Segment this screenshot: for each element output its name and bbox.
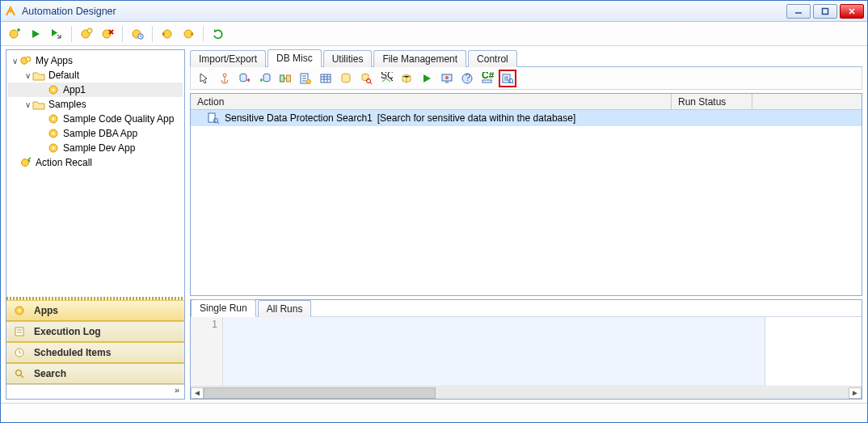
scroll-right-button[interactable]: ► — [849, 387, 862, 399]
nav-search[interactable]: Search — [6, 363, 184, 384]
tree-node-sample[interactable]: Sample Dev App — [8, 141, 183, 155]
svg-point-37 — [223, 74, 226, 77]
tree-label: Sample Dev App — [63, 142, 135, 154]
clock-icon — [13, 346, 26, 359]
h-scrollbar[interactable]: ◄ ► — [191, 386, 862, 399]
help-button[interactable]: ? — [458, 70, 476, 87]
search-icon — [13, 367, 26, 380]
nav-label: Search — [34, 368, 66, 379]
script-button[interactable] — [297, 70, 314, 87]
sql-button[interactable]: SQL — [377, 70, 395, 87]
import-button[interactable] — [158, 25, 176, 43]
col-run-status[interactable]: Run Status — [672, 94, 752, 109]
grid-button[interactable] — [317, 70, 335, 87]
tree-label: Default — [48, 70, 79, 81]
monitor-button[interactable] — [438, 70, 456, 87]
status-bar — [1, 403, 867, 422]
tree-node-my-apps[interactable]: ∨ My Apps — [8, 53, 183, 68]
pointer-tool-button[interactable] — [196, 70, 213, 87]
nav-scheduled-items[interactable]: Scheduled Items — [6, 342, 184, 363]
run-button[interactable] — [27, 25, 44, 43]
app-tree[interactable]: ∨ My Apps ∨ Default App1 ∨ — [6, 50, 184, 297]
svg-rect-53 — [445, 82, 449, 83]
chevron-down-icon[interactable]: ∨ — [23, 100, 32, 109]
compare-button[interactable] — [276, 70, 294, 87]
svg-rect-41 — [287, 75, 291, 82]
row-name: Sensitive Data Protection Search1 — [225, 112, 373, 124]
scroll-left-button[interactable]: ◄ — [191, 387, 204, 399]
svg-point-9 — [87, 28, 92, 33]
db-export-button[interactable] — [236, 70, 254, 87]
svg-line-63 — [217, 122, 219, 124]
tree-label: Sample Code Quality App — [63, 113, 174, 125]
run-sql-button[interactable] — [418, 70, 436, 87]
db-import-button[interactable] — [256, 70, 274, 87]
tree-label: Action Recall — [36, 157, 92, 168]
nav-overflow[interactable]: » — [6, 384, 184, 399]
folder-icon — [32, 98, 45, 111]
tab-file-management[interactable]: File Management — [373, 50, 466, 67]
svg-point-0 — [9, 10, 11, 12]
grid-body[interactable]: Sensitive Data Protection Search1 [Searc… — [191, 110, 862, 295]
sensitive-search-button[interactable] — [499, 70, 516, 87]
tree-node-action-recall[interactable]: Action Recall — [8, 155, 183, 170]
db-button[interactable] — [337, 70, 355, 87]
tab-single-run[interactable]: Single Run — [191, 299, 256, 317]
window-frame: Automation Designer ∨ — [0, 0, 868, 423]
nav-list: Apps Execution Log Scheduled Items Searc… — [6, 300, 184, 384]
refresh-button[interactable] — [209, 25, 227, 43]
schedule-button[interactable] — [129, 25, 146, 43]
chevron-down-icon[interactable]: ∨ — [23, 71, 32, 80]
nav-apps[interactable]: Apps — [6, 300, 184, 321]
minimize-button[interactable] — [786, 4, 811, 19]
grid-row[interactable]: Sensitive Data Protection Search1 [Searc… — [191, 110, 862, 126]
grid-header: Action Run Status — [191, 94, 862, 110]
package-button[interactable] — [398, 70, 415, 87]
svg-point-52 — [445, 76, 449, 79]
svg-text:C#: C# — [482, 72, 494, 81]
code-tool-button[interactable]: C# — [478, 70, 496, 87]
maximize-button[interactable] — [813, 4, 837, 19]
folder-icon — [32, 69, 45, 82]
run-select-button[interactable] — [48, 25, 65, 43]
editor-area[interactable] — [223, 317, 765, 386]
chevron-down-icon[interactable]: ∨ — [10, 57, 19, 66]
tab-db-misc[interactable]: DB Misc — [268, 49, 322, 67]
recall-icon — [19, 156, 32, 169]
right-panel: Import/Export DB Misc Utilities File Man… — [190, 49, 862, 400]
search-db-button[interactable] — [357, 70, 375, 87]
tree-node-app1[interactable]: App1 — [8, 82, 183, 97]
scroll-thumb[interactable] — [204, 387, 436, 399]
col-action[interactable]: Action — [191, 94, 672, 109]
tree-label: My Apps — [36, 55, 73, 66]
app-icon — [4, 5, 17, 18]
body: ∨ My Apps ∨ Default App1 ∨ — [1, 46, 867, 403]
new-app-button[interactable] — [6, 25, 23, 43]
tab-control[interactable]: Control — [468, 50, 517, 67]
gear-icon — [47, 112, 60, 125]
tree-node-sample[interactable]: Sample Code Quality App — [8, 112, 183, 126]
tree-node-sample[interactable]: Sample DBA App — [8, 126, 183, 141]
remove-item-button[interactable] — [99, 25, 116, 43]
editor-gutter: 1 — [191, 317, 223, 386]
nav-label: Scheduled Items — [34, 347, 111, 358]
tab-all-runs[interactable]: All Runs — [258, 300, 312, 317]
svg-rect-31 — [15, 328, 23, 336]
svg-rect-57 — [482, 80, 491, 82]
close-button[interactable] — [840, 4, 864, 19]
tree-node-default[interactable]: ∨ Default — [8, 68, 183, 82]
svg-text:SQL: SQL — [381, 72, 393, 81]
tree-node-samples[interactable]: ∨ Samples — [8, 97, 183, 112]
add-item-button[interactable] — [78, 25, 95, 43]
log-tabstrip: Single Run All Runs — [191, 300, 862, 316]
icon-toolbar: SQL ? C# — [190, 67, 862, 90]
nav-execution-log[interactable]: Execution Log — [6, 321, 184, 342]
tab-import-export[interactable]: Import/Export — [190, 50, 266, 67]
export-button[interactable] — [179, 25, 197, 43]
svg-point-43 — [307, 79, 311, 83]
tab-utilities[interactable]: Utilities — [323, 50, 373, 67]
left-panel: ∨ My Apps ∨ Default App1 ∨ — [6, 49, 185, 400]
svg-point-25 — [52, 132, 54, 134]
anchor-tool-button[interactable] — [216, 70, 234, 87]
svg-point-35 — [16, 370, 22, 376]
